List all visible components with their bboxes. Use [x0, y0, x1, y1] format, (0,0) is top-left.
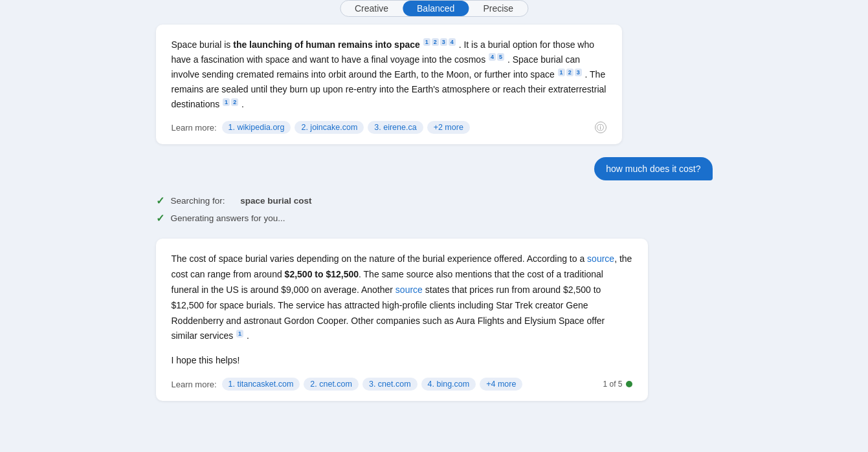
ref-4b: 4 — [489, 53, 496, 61]
tab-precise[interactable]: Precise — [469, 1, 528, 16]
check-icon-2: ✓ — [156, 212, 164, 224]
searching-query: space burial cost — [240, 196, 311, 206]
learn-more-row-2: Learn more: 1. titancasket.com 2. cnet.c… — [172, 378, 632, 391]
bold-phrase: the launching of human remains into spac… — [233, 39, 420, 50]
ref-s1: 1 — [236, 330, 243, 338]
source-chip-2-4[interactable]: 4. bing.com — [421, 378, 476, 391]
ref-2b: 2 — [566, 69, 573, 76]
price-range: $2,500 to $12,500 — [285, 269, 359, 279]
more-chip-1[interactable]: +2 more — [427, 121, 470, 134]
status-generating: ✓ Generating answers for you... — [156, 212, 285, 224]
ref-1: 1 — [423, 38, 430, 46]
main-content: Space burial is the launching of human r… — [156, 0, 713, 401]
source-chip-2-2[interactable]: 2. cnet.com — [304, 378, 359, 391]
tab-creative[interactable]: Creative — [340, 1, 403, 16]
ref-2: 2 — [432, 38, 439, 46]
user-message-wrapper: how much does it cost? — [156, 157, 713, 180]
pagination-text: 1 of 5 — [603, 380, 622, 389]
learn-more-label-1: Learn more: — [172, 123, 217, 133]
searching-label: Searching for: — [171, 196, 225, 206]
ref-2c: 2 — [231, 98, 238, 106]
source-chip-3[interactable]: 3. eirene.ca — [368, 121, 423, 134]
ref-4: 4 — [449, 38, 456, 46]
tab-group: Creative Balanced Precise — [340, 0, 528, 17]
status-searching: ✓ Searching for: space burial cost — [156, 195, 312, 207]
user-message-bubble: how much does it cost? — [594, 157, 712, 180]
source-link-2[interactable]: source — [395, 285, 423, 295]
second-answer-card: The cost of space burial varies dependin… — [156, 239, 648, 401]
ref-3b: 3 — [575, 69, 582, 76]
page-container: Creative Balanced Precise Space burial i… — [0, 0, 868, 452]
info-icon-1[interactable]: ⓘ — [595, 122, 606, 133]
source-link-1[interactable]: source — [587, 253, 614, 264]
learn-more-label-2: Learn more: — [172, 380, 217, 389]
source-chip-1[interactable]: 1. wikipedia.org — [222, 121, 291, 134]
check-icon-1: ✓ — [156, 195, 164, 207]
status-badge-green — [626, 381, 632, 387]
ref-3: 3 — [440, 38, 447, 46]
tab-balanced[interactable]: Balanced — [403, 1, 469, 16]
ref-1b: 1 — [558, 69, 565, 76]
ref-5: 5 — [497, 53, 504, 61]
second-answer-text: The cost of space burial varies dependin… — [172, 252, 632, 344]
learn-more-row-1: Learn more: 1. wikipedia.org 2. joincake… — [172, 121, 606, 134]
hope-text: I hope this helps! — [172, 353, 632, 369]
ref-1c: 1 — [223, 98, 230, 106]
tab-bar: Creative Balanced Precise — [340, 0, 528, 17]
more-chip-2[interactable]: +4 more — [480, 378, 522, 391]
source-chip-2-1[interactable]: 1. titancasket.com — [222, 378, 300, 391]
first-answer-text: Space burial is the launching of human r… — [172, 38, 606, 112]
source-chip-2-3[interactable]: 3. cnet.com — [362, 378, 417, 391]
source-chip-2[interactable]: 2. joincake.com — [295, 121, 364, 134]
first-answer-card: Space burial is the launching of human r… — [156, 25, 622, 144]
generating-label: Generating answers for you... — [171, 213, 285, 223]
